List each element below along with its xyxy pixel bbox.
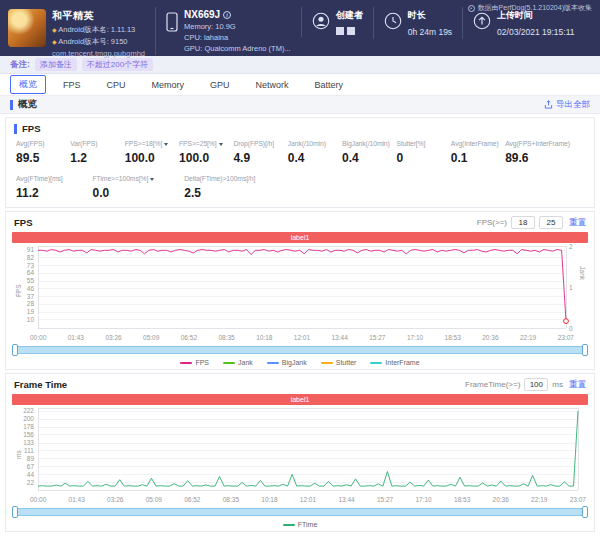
note-label: 备注: xyxy=(10,59,30,71)
x-tick-label: 05:09 xyxy=(143,334,159,343)
tab-battery[interactable]: Battery xyxy=(306,77,353,93)
fps-zoom-slider[interactable] xyxy=(12,346,588,354)
x-tick-label: 06:52 xyxy=(181,334,197,343)
app-version-code: Android版本号: 9150 xyxy=(52,37,145,47)
duration-label: 时长 xyxy=(408,9,452,22)
y-tick-label: 133 xyxy=(12,439,34,446)
legend-item-InterFrame[interactable]: InterFrame xyxy=(370,359,419,366)
fps-chart-legend: FPSJankBigJankStutterInterFrame xyxy=(6,356,594,369)
upload-icon xyxy=(473,12,491,37)
tab-fps[interactable]: FPS xyxy=(54,77,90,93)
collector-note: • 数据由PerfDog(5.1.210204)版本收集 xyxy=(468,3,592,13)
metric-cell: BigJank(/10min)0.4 xyxy=(342,140,396,165)
x-tick-label: 22:19 xyxy=(531,496,547,505)
fps-reset-button[interactable]: 重置 xyxy=(569,217,586,229)
app-info-block: 和平精英 Android版本名: 1.11.13 Android版本号: 915… xyxy=(8,7,155,60)
metric-cell: Avg(FTime)[ms]11.2 xyxy=(16,175,63,200)
device-model: NX669J xyxy=(184,9,220,20)
y-axis-title-right: Jank xyxy=(579,266,586,280)
x-tick-label: 20:36 xyxy=(482,334,498,343)
app-version-name: Android版本名: 1.11.13 xyxy=(52,25,145,35)
section-title: 概览 xyxy=(18,98,37,111)
y-tick-label: 156 xyxy=(12,431,34,438)
metric-value: 100.0 xyxy=(179,151,233,165)
device-gpu: GPU: Qualcomm Adreno (TM)... xyxy=(184,44,291,53)
x-tick-label: 01:43 xyxy=(69,496,85,505)
metric-value: 0.4 xyxy=(342,151,396,165)
overview-section-bar: 概览 导出全部 xyxy=(0,96,600,114)
zoom-handle-left[interactable] xyxy=(12,506,18,518)
metric-value: 89.5 xyxy=(16,151,70,165)
creator-block: 创建者 xyxy=(301,7,373,37)
frametime-chart-plot[interactable]: 22220017815613311189674422ms xyxy=(12,406,588,496)
app-package: com.tencent.tmgp.pubgmhd xyxy=(52,49,145,58)
fps-threshold-input-low[interactable] xyxy=(511,216,535,229)
metric-cell: Delta(FTime)>100ms[/h]2.5 xyxy=(184,175,255,200)
metric-label: Jank(/10min) xyxy=(288,140,342,147)
fps-threshold-label: FPS(>=) xyxy=(477,218,507,227)
device-info-block: NX669J i Memory: 10.9G CPU: lahaina GPU:… xyxy=(155,7,301,55)
x-tick-label: 10:18 xyxy=(261,496,277,505)
x-tick-label: 20:36 xyxy=(493,496,509,505)
export-all-button[interactable]: 导出全部 xyxy=(544,99,590,111)
y-tick-label: 55 xyxy=(12,277,34,284)
fps-chart-plot[interactable]: 91827364554637281910210FPSJank xyxy=(12,244,588,334)
y-tick-label: 178 xyxy=(12,423,34,430)
legend-item-FTime[interactable]: FTime xyxy=(283,521,318,528)
x-tick-label: 23:07 xyxy=(558,334,574,343)
masked-char xyxy=(336,27,344,35)
x-tick-label: 13:44 xyxy=(338,496,354,505)
x-tick-label: 15:27 xyxy=(369,334,385,343)
dropdown-caret-icon[interactable] xyxy=(219,143,223,146)
tab-cpu[interactable]: CPU xyxy=(98,77,135,93)
tab-network[interactable]: Network xyxy=(247,77,298,93)
dropdown-caret-icon[interactable] xyxy=(150,178,154,181)
fps-summary-panel: FPS Avg(FPS)89.5Var(FPS)1.2FPS>=18[%]100… xyxy=(5,117,595,208)
frametime-chart-x-axis: 00:0001:4303:2605:0906:5208:3510:1812:01… xyxy=(12,496,588,505)
metric-cell: Stutter[%]0 xyxy=(396,140,450,165)
app-name: 和平精英 xyxy=(52,9,145,23)
metric-cell: Avg(InterFrame)0.1 xyxy=(451,140,505,165)
y-tick-label: 91 xyxy=(12,246,34,253)
legend-item-BigJank[interactable]: BigJank xyxy=(267,359,307,366)
legend-item-FPS[interactable]: FPS xyxy=(180,359,209,366)
export-icon xyxy=(544,100,553,109)
frametime-reset-button[interactable]: 重置 xyxy=(569,379,586,391)
metric-label: Avg(InterFrame) xyxy=(451,140,505,147)
legend-swatch-icon xyxy=(321,362,333,364)
metric-cell: Var(FPS)1.2 xyxy=(70,140,124,165)
legend-swatch-icon xyxy=(223,362,235,364)
upload-value: 02/03/2021 19:15:11 xyxy=(497,27,574,37)
y-tick-label: 222 xyxy=(12,407,34,414)
zoom-handle-right[interactable] xyxy=(582,506,588,518)
game-app-icon xyxy=(8,9,46,47)
metric-label: FTime>=100ms[%] xyxy=(93,175,155,182)
metric-value: 0 xyxy=(396,151,450,165)
fps-threshold-input-high[interactable] xyxy=(539,216,563,229)
metric-value: 100.0 xyxy=(125,151,179,165)
tab-overview[interactable]: 概览 xyxy=(10,75,46,94)
zoom-handle-left[interactable] xyxy=(12,344,18,356)
frametime-unit-label: ms xyxy=(552,380,563,389)
metric-value: 2.5 xyxy=(184,186,255,200)
frametime-threshold-input[interactable] xyxy=(524,378,548,391)
fps-metrics-row-2: Avg(FTime)[ms]11.2FTime>=100ms[%]0.0Delt… xyxy=(6,172,594,207)
tab-gpu[interactable]: GPU xyxy=(201,77,239,93)
metric-label: Avg(FPS+InterFrame) xyxy=(505,140,584,147)
y-tick-label: 28 xyxy=(12,300,34,307)
dropdown-caret-icon[interactable] xyxy=(164,143,168,146)
metric-cell: Avg(FPS)89.5 xyxy=(16,140,70,165)
frametime-zoom-slider[interactable] xyxy=(12,508,588,516)
legend-swatch-icon xyxy=(283,524,295,526)
zoom-handle-right[interactable] xyxy=(582,344,588,356)
x-tick-label: 17:10 xyxy=(407,334,423,343)
panel-accent-bar xyxy=(14,124,17,134)
device-info-icon[interactable]: i xyxy=(223,11,231,19)
x-tick-label: 23:07 xyxy=(570,496,586,505)
axis-line xyxy=(38,490,578,491)
tab-memory[interactable]: Memory xyxy=(143,77,194,93)
legend-item-Jank[interactable]: Jank xyxy=(223,359,253,366)
fps-summary-title-row: FPS xyxy=(6,118,594,137)
legend-item-Stutter[interactable]: Stutter xyxy=(321,359,357,366)
x-tick-label: 08:35 xyxy=(218,334,234,343)
